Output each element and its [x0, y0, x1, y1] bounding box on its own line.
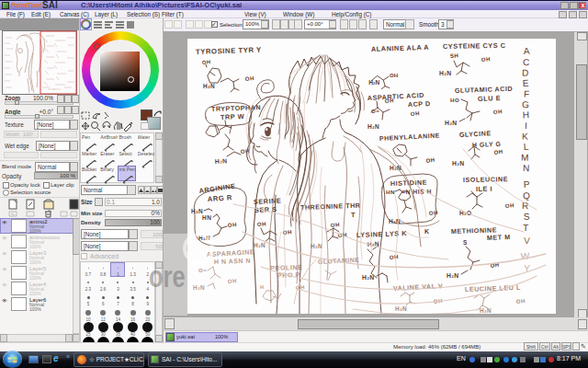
svg-text:OH: OH — [202, 59, 211, 65]
svg-text:H2N: H2N — [395, 305, 407, 312]
svg-text:HN: HN — [386, 189, 395, 195]
svg-text:H2N: H2N — [254, 242, 266, 248]
svg-text:PHENYLALANINE: PHENYLALANINE — [379, 132, 440, 142]
svg-text:H GLY G: H GLY G — [472, 141, 502, 148]
svg-text:E: E — [523, 78, 530, 88]
svg-text:VALINE VAL V: VALINE VAL V — [393, 282, 444, 293]
svg-text:H2N: H2N — [439, 70, 452, 76]
svg-text:S: S — [524, 212, 531, 222]
svg-text:GLYCINE: GLYCINE — [459, 129, 492, 139]
svg-text:A: A — [524, 46, 531, 56]
svg-text:H2N: H2N — [193, 284, 205, 291]
svg-text:OH: OH — [331, 222, 340, 228]
svg-text:H2N: H2N — [447, 272, 459, 279]
svg-text:OH: OH — [428, 210, 438, 216]
svg-text:M: M — [521, 153, 529, 163]
svg-text:OH: OH — [385, 98, 394, 104]
svg-text:P: P — [524, 179, 531, 190]
svg-text:H N ASN N: H N ASN N — [214, 258, 251, 265]
svg-text:H2N: H2N — [445, 120, 458, 126]
svg-text:H2N: H2N — [480, 307, 492, 314]
svg-text:H2N: H2N — [215, 157, 228, 165]
svg-text:TRP W: TRP W — [220, 112, 244, 121]
svg-text:G: G — [522, 99, 529, 109]
svg-text:CYSTEINE CYS C: CYSTEINE CYS C — [443, 41, 506, 51]
svg-text:GLUTAMIC ACID: GLUTAMIC ACID — [455, 85, 513, 95]
svg-text:OH: OH — [515, 298, 526, 305]
svg-text:OH: OH — [493, 109, 503, 115]
svg-text:GLU E: GLU E — [478, 94, 501, 103]
svg-text:K: K — [522, 132, 528, 142]
svg-text:O=: O= — [371, 109, 379, 114]
svg-text:TYROSINE TYR Y: TYROSINE TYR Y — [196, 45, 262, 56]
svg-text:OH: OH — [425, 157, 435, 164]
svg-text:H2N: H2N — [389, 218, 401, 224]
svg-text:ISOLEUCINE: ISOLEUCINE — [463, 175, 508, 184]
svg-text:H2N: H2N — [362, 274, 375, 281]
svg-text:H2N: H2N — [368, 79, 379, 86]
svg-text:HN: HN — [202, 214, 211, 221]
svg-text:Q: Q — [523, 190, 530, 201]
svg-text:K: K — [424, 228, 430, 235]
svg-text:OH: OH — [493, 149, 503, 155]
svg-text:SERINE: SERINE — [254, 196, 282, 206]
svg-text:H2N: H2N — [368, 123, 379, 130]
svg-text:OH: OH — [411, 110, 420, 117]
svg-text:H2N: H2N — [311, 243, 322, 249]
svg-text:F: F — [524, 89, 529, 99]
svg-text:V: V — [524, 236, 530, 246]
svg-text:O=: O= — [198, 268, 207, 273]
svg-text:C: C — [523, 57, 530, 67]
svg-text:OH: OH — [481, 56, 491, 63]
svg-text:ALANINE ALA A: ALANINE ALA A — [371, 43, 430, 53]
svg-text:OH: OH — [227, 222, 237, 228]
svg-text:I: I — [525, 121, 527, 131]
svg-text:H: H — [260, 284, 264, 290]
svg-text:H: H — [523, 109, 530, 120]
svg-text:OH: OH — [244, 75, 254, 82]
svg-text:SER S: SER S — [254, 205, 277, 214]
svg-text:MET M: MET M — [487, 233, 511, 242]
svg-text:H2N: H2N — [390, 165, 401, 171]
svg-text:D: D — [522, 68, 529, 78]
svg-text:H2N: H2N — [203, 83, 215, 89]
svg-text:H2N: H2N — [191, 208, 203, 214]
svg-text:ILE I: ILE I — [476, 185, 492, 193]
svg-text:SH: SH — [450, 52, 459, 59]
svg-text:HO: HO — [450, 97, 459, 103]
svg-text:L: L — [524, 142, 530, 152]
svg-text:OH: OH — [257, 221, 266, 227]
svg-text:T: T — [351, 211, 356, 219]
svg-text:OH: OH — [228, 278, 237, 284]
svg-text:OH: OH — [505, 202, 514, 209]
svg-text:OH: OH — [390, 254, 399, 260]
svg-text:N: N — [523, 163, 530, 173]
svg-text:S: S — [463, 239, 468, 246]
svg-text:H2N: H2N — [452, 160, 465, 167]
svg-text:ACP D: ACP D — [408, 99, 431, 109]
svg-text:OH: OH — [390, 73, 398, 78]
svg-text:ARG R: ARG R — [208, 193, 233, 203]
